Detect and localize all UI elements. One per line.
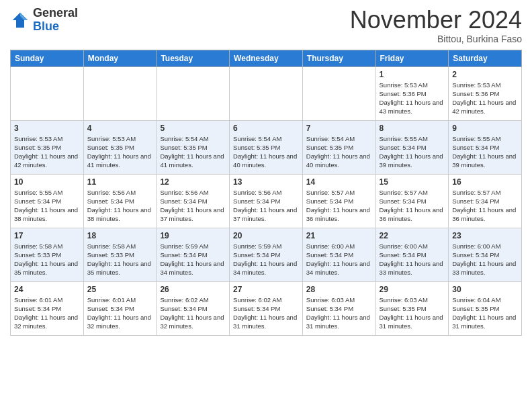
day-info: Sunrise: 5:56 AM Sunset: 5:34 PM Dayligh… bbox=[160, 188, 226, 224]
week-row-1: 1Sunrise: 5:53 AM Sunset: 5:36 PM Daylig… bbox=[11, 66, 522, 120]
day-number: 8 bbox=[380, 124, 445, 133]
day-cell: 18Sunrise: 5:58 AM Sunset: 5:33 PM Dayli… bbox=[83, 228, 157, 281]
day-cell: 9Sunrise: 5:55 AM Sunset: 5:34 PM Daylig… bbox=[449, 120, 522, 174]
page: General Blue November 2024 Bittou, Burki… bbox=[0, 0, 532, 411]
day-info: Sunrise: 5:55 AM Sunset: 5:34 PM Dayligh… bbox=[14, 188, 80, 224]
week-row-3: 10Sunrise: 5:55 AM Sunset: 5:34 PM Dayli… bbox=[11, 174, 522, 228]
day-number: 5 bbox=[160, 124, 226, 133]
day-info: Sunrise: 5:54 AM Sunset: 5:35 PM Dayligh… bbox=[160, 134, 226, 170]
month-title: November 2024 bbox=[350, 7, 522, 34]
day-cell: 7Sunrise: 5:54 AM Sunset: 5:35 PM Daylig… bbox=[302, 120, 375, 174]
day-cell: 3Sunrise: 5:53 AM Sunset: 5:35 PM Daylig… bbox=[11, 120, 84, 174]
day-number: 13 bbox=[233, 177, 299, 187]
day-info: Sunrise: 6:03 AM Sunset: 5:35 PM Dayligh… bbox=[380, 295, 445, 331]
day-cell: 16Sunrise: 5:57 AM Sunset: 5:34 PM Dayli… bbox=[449, 174, 522, 228]
logo-general-text: General bbox=[33, 6, 78, 19]
title-block: November 2024 Bittou, Burkina Faso bbox=[350, 7, 522, 44]
day-number: 22 bbox=[380, 231, 445, 240]
day-info: Sunrise: 5:54 AM Sunset: 5:35 PM Dayligh… bbox=[306, 134, 372, 170]
day-number: 16 bbox=[452, 177, 518, 187]
day-number: 18 bbox=[87, 231, 153, 240]
day-info: Sunrise: 5:53 AM Sunset: 5:36 PM Dayligh… bbox=[452, 81, 518, 116]
day-cell: 2Sunrise: 5:53 AM Sunset: 5:36 PM Daylig… bbox=[449, 66, 522, 120]
day-cell: 11Sunrise: 5:56 AM Sunset: 5:34 PM Dayli… bbox=[83, 174, 157, 228]
day-cell: 21Sunrise: 6:00 AM Sunset: 5:34 PM Dayli… bbox=[302, 228, 375, 281]
day-number: 25 bbox=[87, 285, 153, 294]
day-cell: 26Sunrise: 6:02 AM Sunset: 5:34 PM Dayli… bbox=[157, 281, 230, 335]
day-cell: 19Sunrise: 5:59 AM Sunset: 5:34 PM Dayli… bbox=[157, 228, 230, 281]
day-cell bbox=[83, 66, 157, 120]
day-cell bbox=[302, 66, 375, 120]
day-cell: 20Sunrise: 5:59 AM Sunset: 5:34 PM Dayli… bbox=[230, 228, 303, 281]
day-cell: 1Sunrise: 5:53 AM Sunset: 5:36 PM Daylig… bbox=[375, 66, 449, 120]
day-number: 15 bbox=[380, 177, 445, 187]
day-cell: 27Sunrise: 6:02 AM Sunset: 5:34 PM Dayli… bbox=[230, 281, 303, 335]
day-cell: 25Sunrise: 6:01 AM Sunset: 5:34 PM Dayli… bbox=[83, 281, 157, 335]
day-number: 14 bbox=[306, 177, 372, 187]
day-number: 7 bbox=[306, 124, 372, 133]
day-info: Sunrise: 6:02 AM Sunset: 5:34 PM Dayligh… bbox=[233, 295, 299, 331]
day-cell: 15Sunrise: 5:57 AM Sunset: 5:34 PM Dayli… bbox=[375, 174, 449, 228]
day-info: Sunrise: 5:53 AM Sunset: 5:35 PM Dayligh… bbox=[14, 134, 80, 170]
day-info: Sunrise: 5:53 AM Sunset: 5:36 PM Dayligh… bbox=[380, 81, 445, 116]
day-cell bbox=[157, 66, 230, 120]
day-number: 12 bbox=[160, 177, 226, 187]
day-cell: 5Sunrise: 5:54 AM Sunset: 5:35 PM Daylig… bbox=[157, 120, 230, 174]
day-cell: 28Sunrise: 6:03 AM Sunset: 5:34 PM Dayli… bbox=[302, 281, 375, 335]
day-number: 11 bbox=[87, 177, 153, 187]
day-number: 21 bbox=[306, 231, 372, 240]
day-cell bbox=[11, 66, 84, 120]
day-cell: 6Sunrise: 5:54 AM Sunset: 5:35 PM Daylig… bbox=[230, 120, 303, 174]
logo: General Blue bbox=[10, 7, 78, 34]
day-number: 23 bbox=[452, 231, 518, 240]
week-row-4: 17Sunrise: 5:58 AM Sunset: 5:33 PM Dayli… bbox=[11, 228, 522, 281]
day-info: Sunrise: 5:59 AM Sunset: 5:34 PM Dayligh… bbox=[233, 242, 299, 277]
day-info: Sunrise: 5:53 AM Sunset: 5:35 PM Dayligh… bbox=[87, 134, 153, 170]
day-info: Sunrise: 5:56 AM Sunset: 5:34 PM Dayligh… bbox=[87, 188, 153, 224]
day-cell: 14Sunrise: 5:57 AM Sunset: 5:34 PM Dayli… bbox=[302, 174, 375, 228]
day-cell: 29Sunrise: 6:03 AM Sunset: 5:35 PM Dayli… bbox=[375, 281, 449, 335]
day-cell: 30Sunrise: 6:04 AM Sunset: 5:35 PM Dayli… bbox=[449, 281, 522, 335]
day-cell: 13Sunrise: 5:56 AM Sunset: 5:34 PM Dayli… bbox=[230, 174, 303, 228]
day-info: Sunrise: 6:03 AM Sunset: 5:34 PM Dayligh… bbox=[306, 295, 372, 331]
day-cell: 24Sunrise: 6:01 AM Sunset: 5:34 PM Dayli… bbox=[11, 281, 84, 335]
weekday-header-tuesday: Tuesday bbox=[157, 50, 230, 66]
day-cell: 17Sunrise: 5:58 AM Sunset: 5:33 PM Dayli… bbox=[11, 228, 84, 281]
day-info: Sunrise: 5:59 AM Sunset: 5:34 PM Dayligh… bbox=[160, 242, 226, 277]
week-row-2: 3Sunrise: 5:53 AM Sunset: 5:35 PM Daylig… bbox=[11, 120, 522, 174]
day-number: 24 bbox=[14, 285, 80, 294]
day-info: Sunrise: 6:04 AM Sunset: 5:35 PM Dayligh… bbox=[452, 295, 518, 331]
day-cell: 12Sunrise: 5:56 AM Sunset: 5:34 PM Dayli… bbox=[157, 174, 230, 228]
day-info: Sunrise: 5:57 AM Sunset: 5:34 PM Dayligh… bbox=[306, 188, 372, 224]
weekday-header-saturday: Saturday bbox=[449, 50, 522, 66]
day-info: Sunrise: 5:56 AM Sunset: 5:34 PM Dayligh… bbox=[233, 188, 299, 224]
day-cell: 10Sunrise: 5:55 AM Sunset: 5:34 PM Dayli… bbox=[11, 174, 84, 228]
day-number: 4 bbox=[87, 124, 153, 133]
logo-icon bbox=[10, 10, 30, 30]
day-cell: 22Sunrise: 6:00 AM Sunset: 5:34 PM Dayli… bbox=[375, 228, 449, 281]
day-info: Sunrise: 6:00 AM Sunset: 5:34 PM Dayligh… bbox=[452, 242, 518, 277]
location-subtitle: Bittou, Burkina Faso bbox=[350, 34, 522, 44]
weekday-header-thursday: Thursday bbox=[302, 50, 375, 66]
day-info: Sunrise: 6:01 AM Sunset: 5:34 PM Dayligh… bbox=[14, 295, 80, 331]
day-cell: 23Sunrise: 6:00 AM Sunset: 5:34 PM Dayli… bbox=[449, 228, 522, 281]
calendar-table: SundayMondayTuesdayWednesdayThursdayFrid… bbox=[10, 50, 522, 336]
weekday-header-sunday: Sunday bbox=[11, 50, 84, 66]
day-info: Sunrise: 5:58 AM Sunset: 5:33 PM Dayligh… bbox=[14, 242, 80, 277]
day-cell bbox=[230, 66, 303, 120]
day-number: 10 bbox=[14, 177, 80, 187]
day-info: Sunrise: 5:57 AM Sunset: 5:34 PM Dayligh… bbox=[452, 188, 518, 224]
day-cell: 4Sunrise: 5:53 AM Sunset: 5:35 PM Daylig… bbox=[83, 120, 157, 174]
weekday-header-friday: Friday bbox=[375, 50, 449, 66]
weekday-header-row: SundayMondayTuesdayWednesdayThursdayFrid… bbox=[11, 50, 522, 66]
day-info: Sunrise: 6:00 AM Sunset: 5:34 PM Dayligh… bbox=[306, 242, 372, 277]
day-info: Sunrise: 6:02 AM Sunset: 5:34 PM Dayligh… bbox=[160, 295, 226, 331]
weekday-header-monday: Monday bbox=[83, 50, 157, 66]
day-number: 30 bbox=[452, 285, 518, 294]
day-number: 2 bbox=[452, 70, 518, 79]
week-row-5: 24Sunrise: 6:01 AM Sunset: 5:34 PM Dayli… bbox=[11, 281, 522, 335]
day-number: 9 bbox=[452, 124, 518, 133]
day-number: 19 bbox=[160, 231, 226, 240]
day-info: Sunrise: 5:54 AM Sunset: 5:35 PM Dayligh… bbox=[233, 134, 299, 170]
day-number: 29 bbox=[380, 285, 445, 294]
